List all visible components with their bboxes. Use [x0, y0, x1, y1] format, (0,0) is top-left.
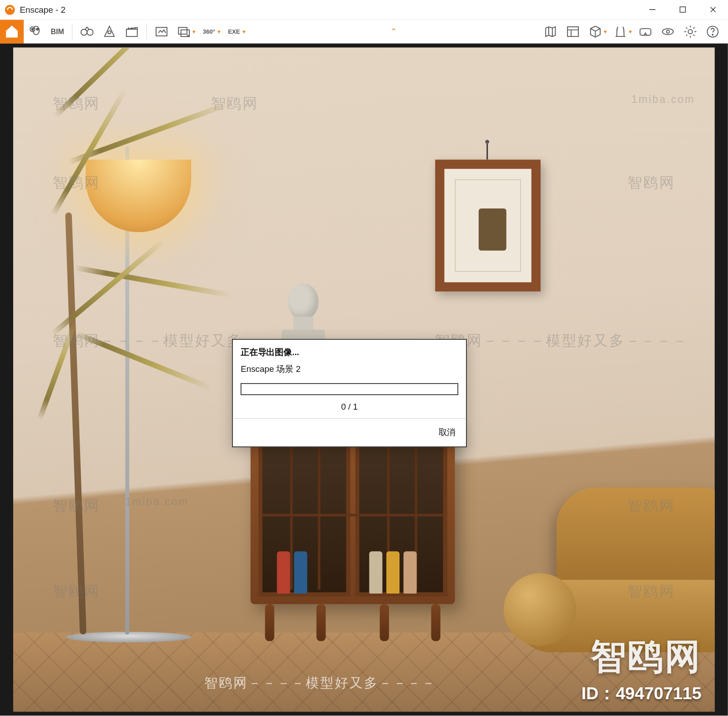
svg-point-7 [108, 30, 111, 34]
svg-point-6 [87, 29, 93, 35]
dialog-title: 正在导出图像... [233, 340, 466, 362]
app-icon [4, 4, 16, 15]
dialog-subtitle: Enscape 场景 2 [233, 362, 466, 381]
close-button[interactable] [698, 0, 728, 20]
plant-leaf [76, 331, 212, 391]
perspective-icon[interactable] [98, 20, 121, 43]
model-id-label: ID：494707115 [581, 682, 702, 705]
svg-point-0 [5, 5, 15, 15]
panorama-button[interactable]: 360° [198, 20, 220, 43]
watermark-domain: 1miba.com [632, 94, 695, 106]
viewport[interactable]: 智鸥网 智鸥网 1miba.com 智鸥网 智鸥网 智鸥网－－－－模型好又多－－… [0, 44, 728, 716]
views-pin-icon[interactable] [24, 20, 46, 43]
svg-point-16 [688, 29, 692, 33]
clapperboard-icon[interactable] [121, 20, 143, 43]
vr-headset-icon[interactable] [634, 20, 657, 43]
cube-icon[interactable] [584, 20, 607, 43]
progress-count: 0 / 1 [233, 399, 466, 418]
asset-library-icon[interactable] [562, 20, 584, 43]
plant-leaf [54, 47, 162, 118]
svg-point-14 [662, 28, 673, 34]
plant-trunk [65, 213, 86, 635]
svg-rect-12 [567, 26, 578, 36]
binoculars-icon[interactable] [76, 20, 98, 43]
bim-button[interactable]: BIM [46, 20, 68, 43]
batch-render-icon[interactable] [173, 20, 195, 43]
map-icon[interactable] [539, 20, 561, 43]
plant-leaf [68, 101, 231, 165]
svg-rect-1 [680, 7, 685, 12]
svg-point-4 [36, 28, 38, 30]
watermark-text: 智鸥网 [627, 173, 675, 193]
toolbar-separator [147, 23, 147, 39]
svg-rect-8 [126, 29, 137, 36]
visual-settings-icon[interactable] [657, 20, 679, 43]
svg-point-15 [667, 30, 670, 33]
settings-gear-icon[interactable] [679, 20, 701, 43]
toolbar: BIM ▾ 360° ▾ EXE ▾ ⌃ [0, 20, 728, 43]
site-context-icon[interactable] [609, 20, 632, 43]
titlebar: Enscape - 2 [0, 0, 728, 20]
svg-point-5 [81, 29, 87, 35]
expand-chevron-icon[interactable]: ⌃ [390, 27, 397, 36]
watermark-text: 智鸥网 [53, 582, 100, 601]
screenshot-icon[interactable] [150, 20, 172, 43]
progress-bar [241, 383, 458, 395]
cancel-button[interactable]: 取消 [439, 427, 456, 439]
lamp-shade [86, 160, 191, 232]
home-button[interactable] [0, 20, 24, 43]
svg-rect-10 [178, 27, 187, 34]
sofa [504, 487, 715, 672]
minimize-button[interactable] [637, 0, 667, 20]
watermark-text: 智鸥网－－－－模型好又多－－－－ [435, 331, 688, 350]
frame-nail [485, 140, 489, 144]
export-dialog: 正在导出图像... Enscape 场景 2 0 / 1 取消 [232, 339, 467, 447]
exe-export-button[interactable]: EXE [223, 20, 245, 43]
svg-point-18 [712, 34, 713, 35]
maximize-button[interactable] [667, 0, 698, 20]
watermark-domain: 1miba.com [125, 496, 188, 508]
cabinet [251, 423, 455, 641]
window-title: Enscape - 2 [20, 5, 66, 15]
picture-frame [435, 160, 541, 292]
help-icon[interactable] [702, 20, 724, 43]
toolbar-separator [72, 23, 72, 39]
